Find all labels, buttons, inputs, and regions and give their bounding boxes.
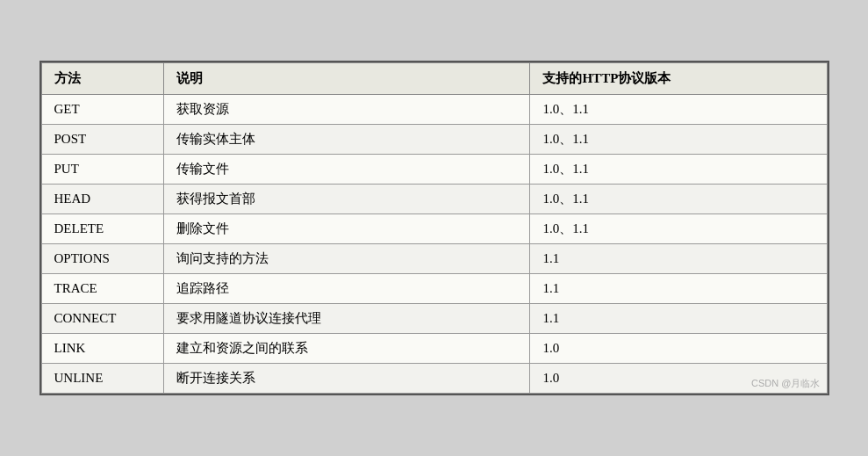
cell-description: 要求用隧道协议连接代理 bbox=[164, 304, 530, 334]
cell-version: 1.0、1.1 bbox=[530, 214, 827, 244]
cell-method: PUT bbox=[41, 155, 164, 185]
cell-method: CONNECT bbox=[41, 304, 164, 334]
cell-method: DELETE bbox=[41, 214, 164, 244]
header-method: 方法 bbox=[41, 63, 164, 95]
cell-version: 1.0 bbox=[530, 334, 827, 364]
cell-description: 建立和资源之间的联系 bbox=[164, 334, 530, 364]
table-row: GET获取资源1.0、1.1 bbox=[41, 95, 827, 125]
table-row: TRACE追踪路径1.1 bbox=[41, 274, 827, 304]
table-row: CONNECT要求用隧道协议连接代理1.1 bbox=[41, 304, 827, 334]
cell-description: 追踪路径 bbox=[164, 274, 530, 304]
cell-method: TRACE bbox=[41, 274, 164, 304]
cell-method: HEAD bbox=[41, 185, 164, 214]
table-row: DELETE删除文件1.0、1.1 bbox=[41, 214, 827, 244]
http-methods-table: 方法 说明 支持的HTTP协议版本 GET获取资源1.0、1.1POST传输实体… bbox=[39, 61, 829, 395]
cell-description: 获取资源 bbox=[164, 95, 530, 125]
header-version: 支持的HTTP协议版本 bbox=[530, 63, 827, 95]
cell-version: 1.1 bbox=[530, 304, 827, 334]
table-row: HEAD获得报文首部1.0、1.1 bbox=[41, 185, 827, 214]
cell-method: GET bbox=[41, 95, 164, 125]
cell-version: 1.1 bbox=[530, 244, 827, 274]
cell-method: POST bbox=[41, 125, 164, 155]
header-description: 说明 bbox=[164, 63, 530, 95]
table-row: PUT传输文件1.0、1.1 bbox=[41, 155, 827, 185]
cell-description: 传输文件 bbox=[164, 155, 530, 185]
table-row: UNLINE断开连接关系1.0 bbox=[41, 364, 827, 394]
cell-method: UNLINE bbox=[41, 364, 164, 394]
cell-version: 1.1 bbox=[530, 274, 827, 304]
cell-description: 删除文件 bbox=[164, 214, 530, 244]
table-row: LINK建立和资源之间的联系1.0 bbox=[41, 334, 827, 364]
cell-description: 询问支持的方法 bbox=[164, 244, 530, 274]
cell-version: 1.0、1.1 bbox=[530, 95, 827, 125]
table-row: POST传输实体主体1.0、1.1 bbox=[41, 125, 827, 155]
table-header-row: 方法 说明 支持的HTTP协议版本 bbox=[41, 63, 827, 95]
cell-description: 断开连接关系 bbox=[164, 364, 530, 394]
cell-description: 获得报文首部 bbox=[164, 185, 530, 214]
cell-description: 传输实体主体 bbox=[164, 125, 530, 155]
cell-version: 1.0、1.1 bbox=[530, 125, 827, 155]
watermark: CSDN @月临水 bbox=[751, 377, 820, 390]
cell-method: OPTIONS bbox=[41, 244, 164, 274]
cell-version: 1.0、1.1 bbox=[530, 185, 827, 214]
cell-method: LINK bbox=[41, 334, 164, 364]
cell-version: 1.0、1.1 bbox=[530, 155, 827, 185]
table-row: OPTIONS询问支持的方法1.1 bbox=[41, 244, 827, 274]
